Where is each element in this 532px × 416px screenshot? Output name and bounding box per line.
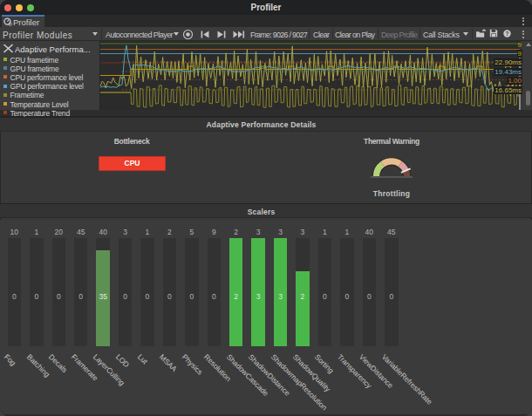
svg-text:?: ? [506,31,509,37]
